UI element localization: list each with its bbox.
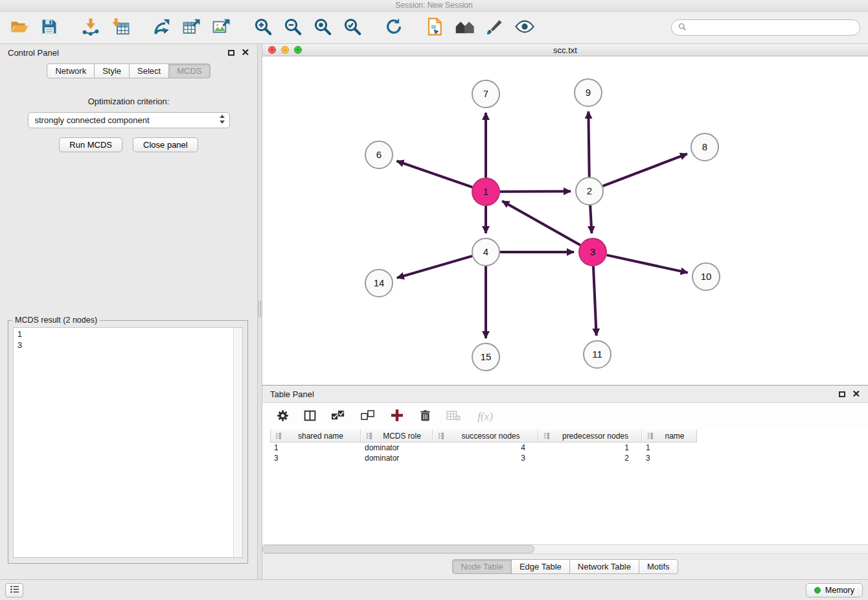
zoom-in-button[interactable] xyxy=(251,16,275,40)
function-builder-button[interactable]: f(x) xyxy=(474,408,497,425)
network-canvas[interactable]: 7968124314101511 xyxy=(262,56,868,385)
tab-edge-table[interactable]: Edge Table xyxy=(511,559,570,574)
select-stepper-icon xyxy=(219,114,225,126)
column-type-icon xyxy=(437,432,444,439)
node-4[interactable]: 4 xyxy=(472,238,499,266)
import-group xyxy=(79,16,132,40)
show-panels-button[interactable] xyxy=(5,583,23,597)
deselect-all-columns-button[interactable] xyxy=(358,408,378,425)
column-type-icon xyxy=(365,432,372,439)
window-titlebar[interactable]: Session: New Session xyxy=(0,0,868,12)
node-1[interactable]: 1 xyxy=(472,178,499,205)
criterion-select[interactable]: strongly connected component xyxy=(28,112,230,128)
tab-node-table[interactable]: Node Table xyxy=(452,559,512,574)
edge-4-14[interactable] xyxy=(397,256,472,278)
table-settings-button[interactable] xyxy=(274,408,291,425)
tab-mcds[interactable]: MCDS xyxy=(168,63,210,78)
table-row[interactable]: 1dominator411 xyxy=(270,443,868,453)
node-9[interactable]: 9 xyxy=(575,79,602,106)
zoom-in-icon xyxy=(253,17,273,38)
export-table-button[interactable] xyxy=(180,16,203,40)
node-14[interactable]: 14 xyxy=(365,270,393,297)
svg-text:8: 8 xyxy=(702,141,707,152)
zoom-out-button[interactable] xyxy=(281,16,304,40)
edge-3-10[interactable] xyxy=(606,255,687,273)
node-2[interactable]: 2 xyxy=(576,178,603,205)
close-panel-icon[interactable]: ✕ xyxy=(241,49,249,56)
share-network-icon xyxy=(152,17,172,38)
result-scrollbar[interactable] xyxy=(233,328,242,557)
show-columns-button[interactable] xyxy=(301,408,318,425)
result-line: 3 xyxy=(17,340,229,351)
select-all-columns-button[interactable] xyxy=(328,408,348,425)
close-panel-button[interactable]: Close panel xyxy=(133,137,198,152)
open-session-button[interactable] xyxy=(8,16,31,40)
paint-style-button[interactable] xyxy=(483,16,507,40)
node-8[interactable]: 8 xyxy=(691,133,718,161)
column-header-mcds-role[interactable]: MCDS role xyxy=(361,430,433,442)
export-network-button[interactable] xyxy=(150,16,174,40)
svg-text:1: 1 xyxy=(483,186,488,197)
edge-2-3[interactable] xyxy=(590,205,591,233)
export-image-button[interactable] xyxy=(210,16,233,40)
tab-network[interactable]: Network xyxy=(47,63,95,78)
apply-layout-button[interactable] xyxy=(382,16,405,40)
node-6[interactable]: 6 xyxy=(365,141,393,168)
table-horizontal-scrollbar[interactable] xyxy=(262,544,868,554)
network-document-button[interactable] xyxy=(424,16,447,40)
delete-table-icon xyxy=(446,409,461,424)
delete-table-button[interactable] xyxy=(444,408,463,425)
memory-button[interactable]: Memory xyxy=(806,583,863,597)
zoom-fit-button[interactable] xyxy=(311,16,334,40)
edge-2-8[interactable] xyxy=(603,154,687,186)
run-mcds-button[interactable]: Run MCDS xyxy=(59,137,122,152)
delete-column-button[interactable] xyxy=(417,408,433,425)
maximize-window-icon[interactable]: + xyxy=(294,46,302,54)
panel-splitter[interactable] xyxy=(257,44,262,579)
scrollbar-thumb[interactable] xyxy=(262,545,534,553)
edge-1-6[interactable] xyxy=(396,161,472,187)
home-button[interactable] xyxy=(453,16,477,40)
main-toolbar xyxy=(0,12,868,44)
node-3[interactable]: 3 xyxy=(579,238,606,266)
column-header-successor-nodes[interactable]: successor nodes xyxy=(433,430,538,442)
edge-3-1[interactable] xyxy=(502,201,580,245)
mcds-result-group: MCDS result (2 nodes) 13 xyxy=(8,320,248,564)
zoom-selected-button[interactable] xyxy=(341,16,364,40)
window-title: Session: New Session xyxy=(395,1,472,10)
table-toolbar: f(x) xyxy=(262,402,868,430)
column-header-name[interactable]: name xyxy=(642,430,697,442)
edge-2-9[interactable] xyxy=(588,111,589,177)
table-row[interactable]: 3dominator323 xyxy=(270,453,868,463)
close-table-panel-icon[interactable]: ✕ xyxy=(852,391,860,397)
search-box[interactable] xyxy=(671,19,860,36)
float-panel-icon[interactable] xyxy=(228,50,234,56)
network-window-titlebar[interactable]: scc.txt × − + xyxy=(262,44,868,56)
node-11[interactable]: 11 xyxy=(584,341,611,368)
node-10[interactable]: 10 xyxy=(692,263,720,290)
tab-motifs[interactable]: Motifs xyxy=(639,559,678,574)
trash-icon xyxy=(418,409,432,424)
node-15[interactable]: 15 xyxy=(472,343,499,371)
node-7[interactable]: 7 xyxy=(472,80,499,108)
import-table-button[interactable] xyxy=(109,16,132,40)
tab-style[interactable]: Style xyxy=(94,63,130,78)
column-header-predecessor-nodes[interactable]: predecessor nodes xyxy=(538,430,642,442)
result-line: 1 xyxy=(17,329,229,340)
float-table-panel-icon[interactable] xyxy=(839,391,845,397)
edge-3-11[interactable] xyxy=(593,266,597,336)
create-column-button[interactable] xyxy=(388,408,406,426)
cell-mcds-role: dominator xyxy=(361,443,433,453)
search-input[interactable] xyxy=(691,23,853,32)
import-network-button[interactable] xyxy=(79,16,102,40)
search-icon xyxy=(678,22,687,34)
tab-select[interactable]: Select xyxy=(129,63,169,78)
minimize-window-icon[interactable]: − xyxy=(281,46,289,54)
edge-1-2[interactable] xyxy=(500,191,571,192)
column-header-shared-name[interactable]: shared name xyxy=(270,430,361,442)
folder-open-icon xyxy=(10,17,29,38)
tab-network-table[interactable]: Network Table xyxy=(569,559,639,574)
save-session-button[interactable] xyxy=(38,16,61,40)
show-hide-button[interactable] xyxy=(513,16,536,40)
close-window-icon[interactable]: × xyxy=(268,46,276,54)
